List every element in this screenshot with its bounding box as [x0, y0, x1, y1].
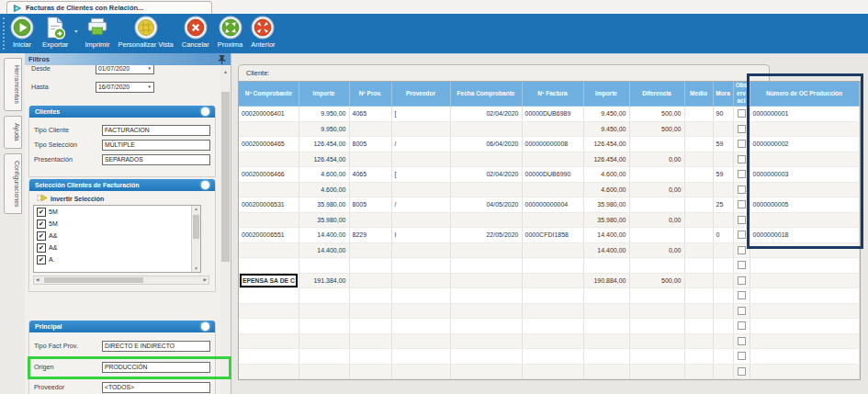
date-from-field[interactable]: 01/07/2020▼	[96, 65, 154, 74]
table-cell[interactable]	[239, 303, 299, 319]
table-cell[interactable]: 126.454,00	[583, 152, 629, 167]
table-cell[interactable]: 190.884,00	[583, 273, 629, 288]
table-cell[interactable]	[349, 273, 391, 288]
table-cell[interactable]	[629, 288, 684, 304]
scroll-down-icon[interactable]: ▼	[192, 266, 200, 271]
observado-checkbox-unchecked[interactable]	[738, 216, 746, 224]
table-cell[interactable]: 25	[713, 197, 733, 213]
table-cell[interactable]	[684, 197, 713, 213]
table-cell[interactable]	[450, 319, 522, 334]
table-cell[interactable]	[522, 303, 583, 319]
table-cell[interactable]: 0000000001	[750, 107, 859, 122]
table-cell[interactable]	[684, 107, 713, 122]
group-toggle-circle[interactable]	[201, 181, 209, 189]
table-cell[interactable]	[583, 333, 629, 349]
table-cell[interactable]	[450, 258, 522, 274]
column-header-fecha-comprobante[interactable]: Fecha Comprobante	[450, 82, 522, 107]
column-header-importe[interactable]: Importe	[583, 82, 629, 107]
date-to-field[interactable]: 16/07/2020▼	[96, 82, 154, 93]
column-header-n-comprobante[interactable]: Nº Comprobante	[239, 82, 299, 107]
table-cell[interactable]	[349, 242, 391, 258]
table-cell[interactable]	[450, 242, 522, 258]
table-cell[interactable]	[391, 319, 450, 334]
table-cell[interactable]	[450, 303, 522, 319]
table-cell[interactable]	[684, 242, 713, 258]
table-cell[interactable]	[684, 303, 713, 319]
scrollbar-thumb[interactable]	[221, 92, 230, 262]
table-cell[interactable]: 0000CFDI1858	[522, 228, 583, 243]
table-cell[interactable]: 000200006465	[239, 137, 299, 152]
table-cell[interactable]: 35.980,00	[583, 197, 629, 213]
table-cell[interactable]	[713, 319, 733, 334]
table-cell[interactable]	[733, 212, 750, 228]
table-cell[interactable]	[750, 152, 859, 167]
invert-selection[interactable]: Invertir Selección	[37, 194, 104, 203]
client-list-item[interactable]: ✔5M	[34, 218, 200, 230]
observado-checkbox-unchecked[interactable]	[738, 231, 746, 239]
table-cell[interactable]	[522, 121, 583, 137]
scroll-left-icon[interactable]: ◀	[36, 277, 39, 282]
table-cell[interactable]	[713, 333, 733, 349]
table-cell[interactable]	[239, 242, 299, 258]
list-scrollbar-vertical[interactable]: ▲ ▼	[191, 206, 200, 272]
table-cell[interactable]	[391, 288, 450, 304]
observado-checkbox-unchecked[interactable]	[738, 307, 746, 315]
observado-checkbox-unchecked[interactable]	[738, 186, 746, 194]
table-cell[interactable]: /	[391, 137, 450, 152]
table-cell[interactable]	[349, 333, 391, 349]
table-cell[interactable]	[684, 182, 713, 197]
table-cell[interactable]	[684, 212, 713, 228]
table-cell[interactable]: 9.450,00	[583, 107, 629, 122]
observado-checkbox-unchecked[interactable]	[738, 337, 746, 345]
table-cell[interactable]: 4.600,00	[299, 167, 349, 183]
table-cell[interactable]: 14.400,00	[299, 242, 349, 258]
table-cell[interactable]	[583, 349, 629, 365]
table-cell[interactable]	[750, 242, 859, 258]
table-cell[interactable]	[349, 152, 391, 167]
table-cell[interactable]: 126.454,00	[299, 137, 349, 152]
table-cell[interactable]: 14.400,00	[583, 242, 629, 258]
table-cell[interactable]: 4065	[349, 107, 391, 122]
table-cell[interactable]	[522, 333, 583, 349]
table-cell[interactable]	[733, 228, 750, 243]
table-cell[interactable]	[391, 258, 450, 274]
table-cell[interactable]	[349, 182, 391, 197]
table-cell[interactable]: 8005	[349, 137, 391, 152]
table-cell[interactable]	[733, 333, 750, 349]
table-cell[interactable]: 59	[713, 167, 733, 183]
table-cell[interactable]: 0000000005	[750, 197, 859, 213]
table-cell[interactable]	[733, 242, 750, 258]
table-cell[interactable]: 02/04/2020	[450, 167, 522, 183]
observado-checkbox-unchecked[interactable]	[738, 125, 746, 133]
client-list-item[interactable]: ✔5M	[34, 206, 200, 218]
table-cell[interactable]: 04/05/2020	[450, 197, 522, 213]
tipo-seleccion-field[interactable]: MÚLTIPLE	[102, 140, 210, 151]
column-header-n-factura[interactable]: Nº Factura	[522, 82, 583, 107]
table-cell[interactable]: 000200006531	[239, 197, 299, 213]
table-cell[interactable]: 0,00	[629, 242, 684, 258]
observado-checkbox-unchecked[interactable]	[738, 291, 746, 299]
table-cell[interactable]	[522, 212, 583, 228]
table-cell[interactable]	[349, 303, 391, 319]
table-cell[interactable]: 500,00	[629, 107, 684, 122]
table-cell[interactable]: 4.600,00	[299, 182, 349, 197]
toolbar-grip[interactable]	[3, 17, 5, 50]
table-cell[interactable]	[713, 273, 733, 288]
table-cell[interactable]	[450, 121, 522, 137]
table-cell[interactable]	[750, 288, 859, 304]
table-cell[interactable]	[522, 152, 583, 167]
group-seleccion-header[interactable]: Selección Clientes de Facturación	[29, 179, 215, 191]
table-cell[interactable]	[450, 333, 522, 349]
table-cell[interactable]	[450, 182, 522, 197]
table-cell[interactable]	[684, 137, 713, 152]
group-toggle-circle[interactable]	[201, 322, 209, 331]
group-clientes-header[interactable]: Clientes	[29, 106, 215, 118]
table-cell[interactable]: 22/05/2020	[450, 228, 522, 243]
table-cell[interactable]	[713, 258, 733, 274]
column-header-medio[interactable]: Medio	[684, 82, 713, 107]
table-cell[interactable]	[450, 212, 522, 228]
table-cell[interactable]	[299, 288, 349, 304]
table-cell[interactable]	[522, 364, 583, 379]
dropdown-arrow-icon[interactable]: ▼	[146, 66, 152, 71]
table-cell[interactable]	[391, 242, 450, 258]
